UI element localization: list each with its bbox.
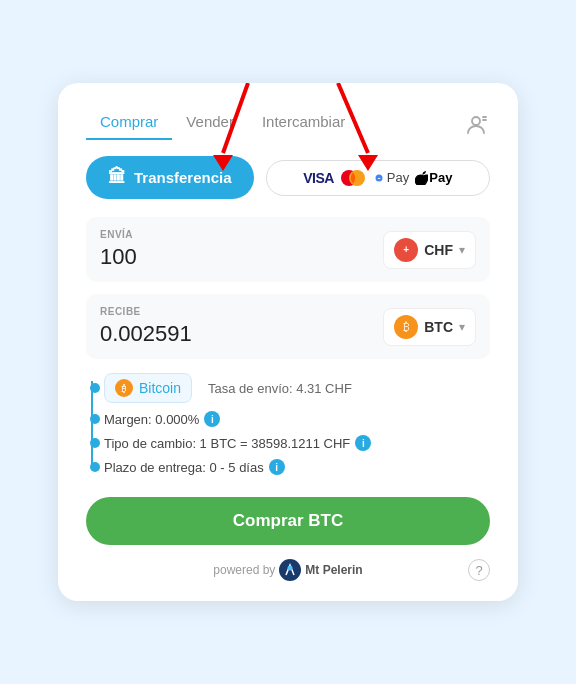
card-payment-button[interactable]: VISA Pay Pay (266, 160, 490, 196)
delivery-text: Plazo de entrega: 0 - 5 días i (104, 459, 285, 475)
btc-code: BTC (424, 319, 453, 335)
pelerin-logo: Mt Pelerin (279, 559, 362, 581)
bitcoin-selector[interactable]: ₿ Bitcoin (104, 373, 192, 403)
tab-intercambiar[interactable]: Intercambiar (248, 107, 359, 140)
exchange-info-icon[interactable]: i (355, 435, 371, 451)
coin-name: Bitcoin (139, 380, 181, 396)
send-field: ENVÍA 100 + CHF ▾ (86, 217, 490, 282)
delivery-info-icon[interactable]: i (269, 459, 285, 475)
svg-point-11 (288, 566, 293, 571)
coin-row: ₿ Bitcoin Tasa de envío: 4.31 CHF (104, 373, 490, 403)
btc-currency-selector[interactable]: ₿ BTC ▾ (383, 308, 476, 346)
chf-flag: + (394, 238, 418, 262)
btc-chevron-icon: ▾ (459, 320, 465, 334)
transfer-button[interactable]: 🏛 Transferencia (86, 156, 254, 199)
exchange-rate-row: Tipo de cambio: 1 BTC = 38598.1211 CHF i (104, 435, 490, 451)
margin-row: Margen: 0.000% i (104, 411, 490, 427)
applepay-text: Pay (415, 170, 452, 186)
exchange-rate-text: Tipo de cambio: 1 BTC = 38598.1211 CHF i (104, 435, 371, 451)
delivery-row: Plazo de entrega: 0 - 5 días i (104, 459, 490, 475)
receive-value: 0.002591 (100, 321, 192, 347)
chf-currency-selector[interactable]: + CHF ▾ (383, 231, 476, 269)
user-icon[interactable] (462, 110, 490, 138)
send-label: ENVÍA (100, 229, 137, 240)
chf-chevron-icon: ▾ (459, 243, 465, 257)
receive-label: RECIBE (100, 306, 192, 317)
main-card: Comprar Vender Intercambiar 🏛 Transferen… (58, 83, 518, 601)
footer: powered by Mt Pelerin ? (86, 559, 490, 581)
send-field-left: ENVÍA 100 (100, 229, 137, 270)
info-section: ₿ Bitcoin Tasa de envío: 4.31 CHF Margen… (86, 373, 490, 475)
receive-field: RECIBE 0.002591 ₿ BTC ▾ (86, 294, 490, 359)
btc-small-icon: ₿ (115, 379, 133, 397)
transfer-label: Transferencia (134, 169, 232, 186)
powered-by-text: powered by (213, 563, 275, 577)
payment-method-row: 🏛 Transferencia VISA Pay Pay (86, 156, 490, 199)
pelerin-name: Mt Pelerin (305, 563, 362, 577)
bank-icon: 🏛 (108, 167, 126, 188)
margin-text: Margen: 0.000% i (104, 411, 220, 427)
tab-comprar[interactable]: Comprar (86, 107, 172, 140)
svg-point-4 (472, 117, 480, 125)
margin-info-icon[interactable]: i (204, 411, 220, 427)
gpay-text: Pay (372, 170, 409, 185)
receive-field-left: RECIBE 0.002591 (100, 306, 192, 347)
help-icon[interactable]: ? (468, 559, 490, 581)
fee-text: Tasa de envío: 4.31 CHF (208, 381, 352, 396)
chf-code: CHF (424, 242, 453, 258)
buy-button[interactable]: Comprar BTC (86, 497, 490, 545)
mastercard-icon (340, 169, 366, 187)
visa-text: VISA (303, 170, 334, 186)
btc-flag: ₿ (394, 315, 418, 339)
tab-bar: Comprar Vender Intercambiar (86, 107, 490, 140)
send-value[interactable]: 100 (100, 244, 137, 270)
pelerin-logo-icon (279, 559, 301, 581)
tab-vender[interactable]: Vender (172, 107, 248, 140)
